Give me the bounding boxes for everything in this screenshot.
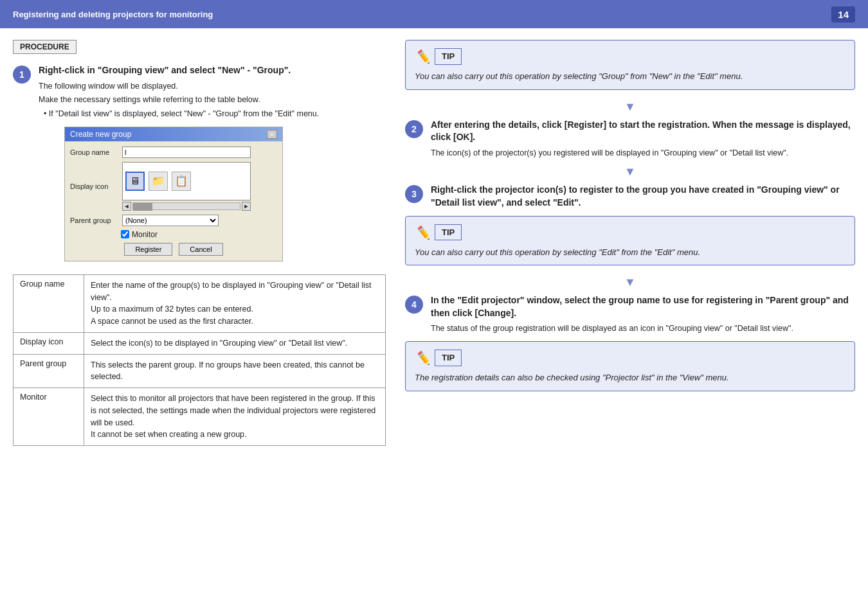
left-column: PROCEDURE 1 Right-click in "Grouping vie… <box>13 40 386 446</box>
tip-1-label: TIP <box>435 48 462 65</box>
header-title: Registering and deleting projectors for … <box>13 10 213 19</box>
step-1-line-3: • If "Detail list view" is displayed, se… <box>44 108 386 120</box>
step-4-content: In the "Edit projector" window, select t… <box>431 294 855 335</box>
table-cell-label: Group name <box>14 274 84 332</box>
step-2-content: After entering the details, click [Regis… <box>431 119 855 159</box>
divider-arrow-3: ▼ <box>405 276 855 289</box>
tip-3-header: ✏️ TIP <box>415 348 845 368</box>
scroll-right-btn[interactable]: ► <box>242 202 251 211</box>
step-4-circle: 4 <box>405 296 423 314</box>
step-1-content: Right-click in "Grouping view" and selec… <box>39 64 386 268</box>
step-1-line-2: Make the necessary settings while referr… <box>39 94 386 106</box>
table-row: Parent group This selects the parent gro… <box>14 354 386 388</box>
step-1-title: Right-click in "Grouping view" and selec… <box>39 64 386 77</box>
step-2-circle: 2 <box>405 120 423 138</box>
table-cell-value: Select this to monitor all projectors th… <box>84 388 386 446</box>
scroll-left-btn[interactable]: ◄ <box>122 202 131 211</box>
dialog-icon-2[interactable]: 📁 <box>149 172 168 191</box>
tip-2-icon: ✏️ <box>415 223 431 242</box>
step-1-circle: 1 <box>13 66 31 84</box>
tip-2-label: TIP <box>435 224 462 241</box>
dialog-monitor-row: Monitor <box>70 230 277 239</box>
dialog-group-name-input[interactable] <box>122 147 251 158</box>
tip-box-1: ✏️ TIP You can also carry out this opera… <box>405 40 855 90</box>
step-3-content: Right-click the projector icon(s) to reg… <box>431 184 855 209</box>
page-number: 14 <box>831 6 855 22</box>
tip-3-text: The registration details can also be che… <box>415 371 845 384</box>
create-group-dialog: Create new group × Group name Display ic… <box>64 127 283 262</box>
table-cell-value: This selects the parent group. If no gro… <box>84 354 386 388</box>
tip-1-text: You can also carry out this operation by… <box>415 70 845 83</box>
dialog-icons-area: 🖥 📁 📋 <box>122 162 251 200</box>
dialog-parent-group-select[interactable]: (None) <box>122 215 219 226</box>
table-row: Group name Enter the name of the group(s… <box>14 274 386 332</box>
dialog-cancel-button[interactable]: Cancel <box>179 243 222 256</box>
dialog-display-icon-label: Display icon <box>70 182 118 190</box>
scroll-thumb <box>133 203 152 211</box>
table-row: Monitor Select this to monitor all proje… <box>14 388 386 446</box>
tip-3-icon: ✏️ <box>415 348 431 368</box>
dialog-icon-3[interactable]: 📋 <box>172 172 191 191</box>
dialog-close-button[interactable]: × <box>267 130 277 139</box>
main-content: PROCEDURE 1 Right-click in "Grouping vie… <box>0 28 868 458</box>
dialog-parent-group-label: Parent group <box>70 217 118 224</box>
right-column: ✏️ TIP You can also carry out this opera… <box>405 40 855 446</box>
table-cell-label: Monitor <box>14 388 84 446</box>
step-3-circle: 3 <box>405 185 423 203</box>
tip-box-2: ✏️ TIP You can also carry out this opera… <box>405 216 855 266</box>
icon-scrollbar[interactable] <box>132 202 240 210</box>
dialog-group-name-row: Group name <box>70 147 277 158</box>
step-2-body: The icon(s) of the projector(s) you regi… <box>431 147 855 159</box>
dialog-parent-group-row: Parent group (None) <box>70 215 277 226</box>
step-3: 3 Right-click the projector icon(s) to r… <box>405 184 855 209</box>
dialog-group-name-label: Group name <box>70 148 118 156</box>
step-4-title: In the "Edit projector" window, select t… <box>431 294 855 319</box>
dialog-monitor-checkbox[interactable] <box>121 230 129 238</box>
tip-box-3: ✏️ TIP The registration details can also… <box>405 341 855 391</box>
tip-2-text: You can also carry out this operation by… <box>415 246 845 259</box>
step-2: 2 After entering the details, click [Reg… <box>405 119 855 159</box>
procedure-label: PROCEDURE <box>13 40 77 54</box>
dialog-monitor-label: Monitor <box>132 230 158 239</box>
dialog-body: Group name Display icon 🖥 📁 📋 <box>65 141 282 261</box>
step-4: 4 In the "Edit projector" window, select… <box>405 294 855 335</box>
dialog-display-icon-row: Display icon 🖥 📁 📋 ◄ <box>70 162 277 211</box>
dialog-icon-1[interactable]: 🖥 <box>125 172 145 191</box>
tip-3-label: TIP <box>435 350 462 366</box>
tip-2-header: ✏️ TIP <box>415 223 845 242</box>
info-table: Group name Enter the name of the group(s… <box>13 274 386 446</box>
table-cell-label: Display icon <box>14 332 84 354</box>
step-1-body: The following window will be displayed. … <box>39 80 386 120</box>
step-2-title: After entering the details, click [Regis… <box>431 119 855 144</box>
table-row: Display icon Select the icon(s) to be di… <box>14 332 386 354</box>
divider-arrow-2: ▼ <box>405 165 855 179</box>
page-header: Registering and deleting projectors for … <box>0 0 868 28</box>
step-4-body: The status of the group registration wil… <box>431 323 855 335</box>
dialog-titlebar: Create new group × <box>65 127 282 141</box>
table-cell-label: Parent group <box>14 354 84 388</box>
tip-1-header: ✏️ TIP <box>415 47 845 66</box>
table-cell-value: Select the icon(s) to be displayed in "G… <box>84 332 386 354</box>
divider-arrow-1: ▼ <box>405 100 855 114</box>
tip-1-icon: ✏️ <box>415 47 431 66</box>
step-3-title: Right-click the projector icon(s) to reg… <box>431 184 855 209</box>
table-cell-value: Enter the name of the group(s) to be dis… <box>84 274 386 332</box>
dialog-register-button[interactable]: Register <box>124 243 172 256</box>
dialog-buttons: Register Cancel <box>70 243 277 256</box>
dialog-title: Create new group <box>70 130 131 139</box>
step-1-line-1: The following window will be displayed. <box>39 80 386 93</box>
step-1: 1 Right-click in "Grouping view" and sel… <box>13 64 386 268</box>
